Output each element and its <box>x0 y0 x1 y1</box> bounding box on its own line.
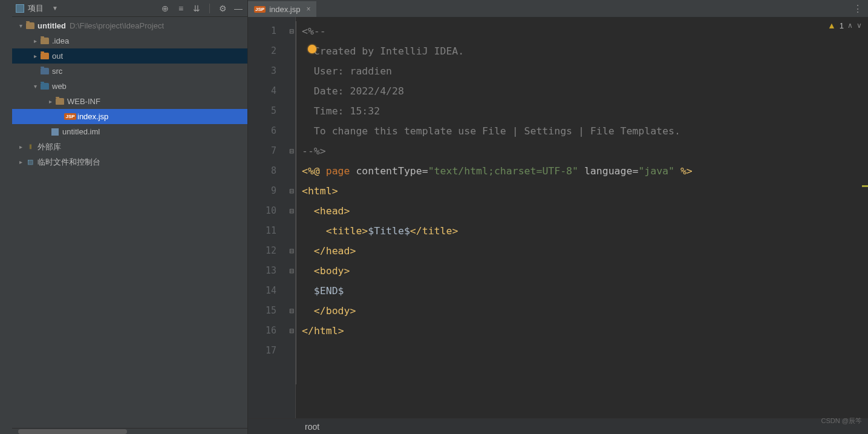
fold-end-marker[interactable]: ⊟ <box>287 241 295 261</box>
jsp-file-icon: JSP <box>64 113 76 120</box>
web-folder-icon <box>41 83 49 90</box>
line-number: 8 <box>248 161 287 181</box>
tree-node-root[interactable]: ▾untitledD:\Files\project\IdeaProject <box>12 18 247 33</box>
chevron-right-icon: ▸ <box>30 53 40 59</box>
tool-window-stripe[interactable] <box>0 0 12 434</box>
code-editor[interactable]: <%-- Created by IntelliJ IDEA. User: rad… <box>296 17 868 418</box>
tree-node-indexjsp[interactable]: JSPindex.jsp <box>12 109 247 124</box>
project-panel-label: 项目 <box>28 3 44 14</box>
line-number: 15 <box>248 301 287 321</box>
watermark-text: CSDN @辰笒 <box>821 416 862 426</box>
line-number: 12 <box>248 241 287 261</box>
line-number: 4 <box>248 81 287 101</box>
fold-end-marker[interactable]: ⊟ <box>287 301 295 321</box>
chevron-right-icon: ▸ <box>16 159 25 165</box>
project-tree[interactable]: ▾untitledD:\Files\project\IdeaProject ▸.… <box>12 17 247 428</box>
fold-marker[interactable]: ⊟ <box>287 201 295 221</box>
tree-label: src <box>52 67 62 76</box>
line-number: 6 <box>248 121 287 141</box>
prev-highlight-icon[interactable]: ∧ <box>847 21 853 30</box>
horizontal-scrollbar[interactable] <box>12 428 247 434</box>
project-panel: 项目 ▼ ⊕ ≡ ⇊ ⚙ — ▾untitledD:\Files\project… <box>12 0 248 434</box>
warning-icon: ▲ <box>827 21 836 30</box>
project-panel-header: 项目 ▼ ⊕ ≡ ⇊ ⚙ — <box>12 0 247 17</box>
tree-label: index.jsp <box>77 112 108 121</box>
folder-icon <box>41 38 49 44</box>
line-number: 17 <box>248 341 287 361</box>
tree-node-scratches[interactable]: ▸▨临时文件和控制台 <box>12 154 247 169</box>
tree-node-external-libs[interactable]: ▸⫴外部库 <box>12 139 247 154</box>
tree-label: untitled <box>38 21 66 30</box>
caret-line <box>296 21 296 384</box>
line-number: 7 <box>248 141 287 161</box>
line-number: 3 <box>248 61 287 81</box>
line-number: 16 <box>248 321 287 341</box>
warning-count: 1 <box>840 21 844 30</box>
project-panel-title[interactable]: 项目 ▼ <box>16 3 58 14</box>
tree-label: 外部库 <box>38 142 61 153</box>
tree-label: out <box>52 51 63 61</box>
tree-node-iml[interactable]: untitled.iml <box>12 124 247 139</box>
iml-file-icon <box>51 128 59 136</box>
next-highlight-icon[interactable]: ∨ <box>857 21 862 30</box>
fold-marker[interactable]: ⊟ <box>287 21 295 41</box>
scratch-icon: ▨ <box>25 158 35 166</box>
tree-label: web <box>52 82 67 91</box>
line-number: 9 <box>248 181 287 201</box>
close-icon[interactable]: × <box>306 5 310 13</box>
separator <box>209 4 210 13</box>
tab-label: index.jsp <box>269 5 300 14</box>
tree-path: D:\Files\project\IdeaProject <box>70 21 164 30</box>
line-number: 5 <box>248 101 287 121</box>
jsp-file-icon: JSP <box>254 6 266 13</box>
tree-label: .idea <box>52 36 69 45</box>
tree-node-idea[interactable]: ▸.idea <box>12 33 247 48</box>
fold-marker[interactable]: ⊟ <box>287 261 295 281</box>
intention-bulb-icon[interactable] <box>308 45 316 53</box>
chevron-right-icon: ▸ <box>30 38 40 44</box>
fold-end-marker[interactable]: ⊟ <box>287 141 295 161</box>
chevron-down-icon: ▼ <box>52 5 58 12</box>
line-number: 1 <box>248 21 287 41</box>
line-number: 13 <box>248 261 287 281</box>
line-number: 10 <box>248 201 287 221</box>
fold-marker[interactable]: ⊟ <box>287 181 295 201</box>
more-options-icon[interactable]: ⋮ <box>853 3 863 15</box>
error-stripe[interactable] <box>861 34 868 400</box>
line-number: 11 <box>248 221 287 241</box>
expand-all-icon[interactable]: ≡ <box>175 3 186 14</box>
hide-icon[interactable]: — <box>233 3 244 14</box>
src-folder-icon <box>41 68 49 74</box>
line-number: 14 <box>248 281 287 301</box>
breadcrumb-bar[interactable]: root <box>248 418 868 434</box>
chevron-right-icon: ▸ <box>45 98 55 105</box>
chevron-right-icon: ▸ <box>16 143 25 150</box>
editor-tab-indexjsp[interactable]: JSP index.jsp × <box>248 0 316 17</box>
tree-node-out[interactable]: ▸out <box>12 48 247 64</box>
collapse-all-icon[interactable]: ⇊ <box>191 3 202 14</box>
line-number-gutter[interactable]: 1 2 3 4 5 6 7 8 9 10 11 12 13 14 15 16 1 <box>248 17 287 418</box>
locate-icon[interactable]: ⊕ <box>160 3 171 14</box>
inspection-widget[interactable]: ▲ 1 ∧ ∨ <box>827 21 862 30</box>
chevron-down-icon: ▾ <box>30 83 40 90</box>
breadcrumb-item[interactable]: root <box>305 422 319 432</box>
fold-end-marker[interactable]: ⊟ <box>287 321 295 341</box>
folder-icon <box>56 98 64 105</box>
editor-area: JSP index.jsp × ⋮ 1 2 3 4 5 6 7 8 <box>248 0 868 434</box>
tree-node-src[interactable]: src <box>12 64 247 79</box>
line-number: 2 <box>248 41 287 61</box>
tree-node-webinf[interactable]: ▸WEB-INF <box>12 94 247 109</box>
chevron-down-icon: ▾ <box>16 22 25 29</box>
tree-label: 临时文件和控制台 <box>38 157 100 168</box>
gear-icon[interactable]: ⚙ <box>217 3 228 14</box>
tree-label: WEB-INF <box>67 97 100 106</box>
fold-gutter[interactable]: ⊟ ⊟ ⊟ ⊟ ⊟ ⊟ ⊟ ⊟ <box>287 17 296 418</box>
folder-icon <box>41 53 49 59</box>
project-icon <box>16 4 24 13</box>
scrollbar-thumb[interactable] <box>18 429 127 434</box>
warning-mark[interactable] <box>862 185 868 187</box>
tree-label: untitled.iml <box>62 127 100 136</box>
editor-tabbar: JSP index.jsp × ⋮ <box>248 0 868 17</box>
tree-node-web[interactable]: ▾web <box>12 79 247 94</box>
folder-icon <box>26 22 34 29</box>
